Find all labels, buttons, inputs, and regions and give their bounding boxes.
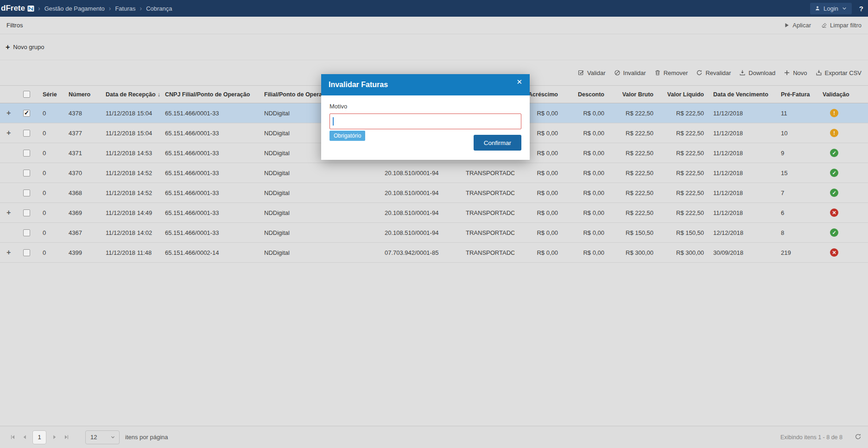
modal-body: Motivo Obrigatório Confirmar bbox=[321, 95, 530, 160]
confirm-button[interactable]: Confirmar bbox=[474, 135, 521, 151]
motivo-input[interactable] bbox=[329, 114, 521, 129]
motivo-input-wrap bbox=[329, 114, 521, 129]
required-tooltip: Obrigatório bbox=[329, 131, 365, 141]
modal-header: Invalidar Faturas ✕ bbox=[321, 74, 530, 95]
text-caret bbox=[333, 117, 334, 126]
modal-backdrop bbox=[0, 0, 868, 448]
modal-title: Invalidar Faturas bbox=[329, 81, 388, 89]
close-icon[interactable]: ✕ bbox=[516, 74, 522, 86]
modal-actions: Obrigatório Confirmar bbox=[329, 129, 521, 153]
invalidar-faturas-modal: Invalidar Faturas ✕ Motivo Obrigatório C… bbox=[321, 74, 530, 160]
motivo-label: Motivo bbox=[329, 103, 521, 110]
